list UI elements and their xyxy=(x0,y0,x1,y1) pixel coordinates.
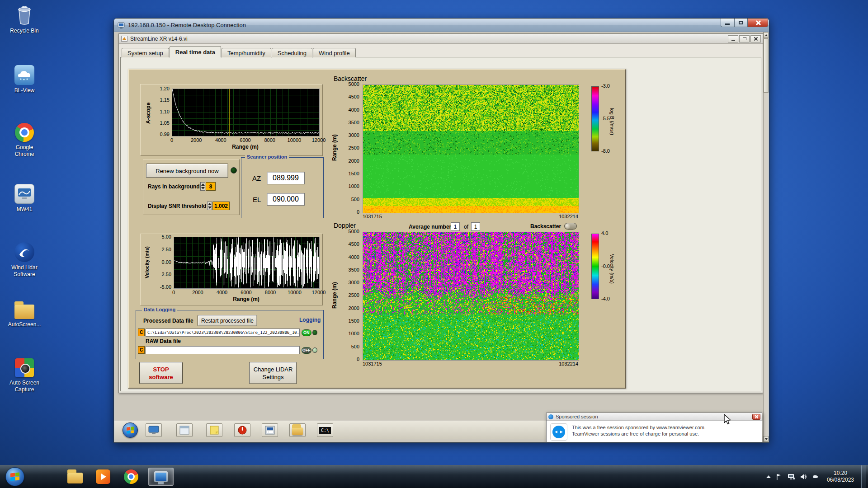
tick-label: -4.0 xyxy=(601,296,610,301)
rdp-minimize-button[interactable] xyxy=(721,19,734,27)
velocity-y-ticks: 5.002.500.00-2.50-5.00 xyxy=(153,235,171,290)
tab-real-time-data[interactable]: Real time data xyxy=(170,46,221,57)
remote-taskbar-capture-app[interactable] xyxy=(262,423,278,437)
tab-wind-profile[interactable]: Wind profile xyxy=(313,48,356,57)
teamviewer-popup-titlebar[interactable]: Sponsored session xyxy=(547,413,762,421)
remote-taskbar-cmd[interactable]: C:\ xyxy=(317,423,333,437)
tab-temp-humidity[interactable]: Temp/humidity xyxy=(222,48,271,57)
network-display-icon[interactable] xyxy=(788,473,795,481)
desktop-icon-auto-screen-capture[interactable]: Auto Screen Capture xyxy=(1,358,48,393)
processed-drive-selector[interactable]: C xyxy=(138,328,145,336)
remote-start-button[interactable] xyxy=(123,422,138,438)
stop-software-button[interactable]: STOP software xyxy=(139,362,183,384)
rdp-maximize-button[interactable] xyxy=(734,19,748,27)
increment-icon xyxy=(208,203,212,205)
remote-taskbar-folder[interactable] xyxy=(289,423,306,437)
backscatter-y-ticks: 5000450040003500300025002000150010005000 xyxy=(336,82,359,215)
remote-taskbar-window-app[interactable] xyxy=(176,423,193,437)
remote-taskbar-power-app[interactable] xyxy=(234,423,250,437)
remote-taskbar-notes-app[interactable] xyxy=(206,423,222,437)
power-plug-icon[interactable] xyxy=(812,473,820,481)
volume-icon[interactable] xyxy=(800,473,807,481)
average-number-field[interactable]: 1 xyxy=(451,222,460,231)
doppler-y-ticks: 5000450040003500300025002000150010005000 xyxy=(336,229,359,362)
rest art-processed-file-button[interactable]: Restart processed file xyxy=(198,315,257,326)
taskbar-ie-button[interactable] xyxy=(36,468,58,486)
desktop-icon-bl-view[interactable]: BL-View xyxy=(1,65,48,94)
notes-icon xyxy=(210,426,219,435)
show-hidden-icons-button[interactable] xyxy=(766,475,771,478)
cmd-icon: C:\ xyxy=(319,427,331,434)
rdp-scrollbar[interactable] xyxy=(763,32,769,442)
toggle-knob xyxy=(312,347,317,353)
app-minimize-button[interactable] xyxy=(728,35,738,42)
remote-taskbar-display-app[interactable] xyxy=(146,423,162,437)
average-count-field[interactable]: 1 xyxy=(471,222,480,231)
start-button[interactable] xyxy=(5,467,24,486)
teamviewer-session-icon xyxy=(548,414,553,419)
raw-file-path[interactable] xyxy=(146,346,300,354)
el-label: EL xyxy=(253,196,261,203)
taskbar-rdp-button[interactable] xyxy=(148,468,174,486)
action-center-flag-icon[interactable] xyxy=(775,473,783,481)
chrome-icon xyxy=(15,123,34,142)
raw-logging-toggle[interactable]: OFF xyxy=(302,346,317,355)
taskbar-chrome-button[interactable] xyxy=(120,468,142,486)
taskbar-clock[interactable]: 10:20 06/08/2023 xyxy=(824,470,857,483)
snr-value-field[interactable]: 1.002 xyxy=(212,202,230,210)
tick-label: 1500 xyxy=(349,171,359,176)
processed-logging-toggle[interactable]: ON xyxy=(302,328,317,337)
tab-system-setup[interactable]: System setup xyxy=(122,48,169,57)
teamviewer-logo-icon xyxy=(550,423,567,441)
app-close-button[interactable] xyxy=(750,35,761,42)
button-label: Change LiDAR xyxy=(254,366,293,373)
snr-spinner[interactable] xyxy=(207,202,212,210)
button-label: STOP xyxy=(153,366,169,373)
desktop-icon-google-chrome[interactable]: Google Chrome xyxy=(1,123,48,158)
data-logging-group: Data Logging Processed Data file Restart… xyxy=(136,310,324,359)
tab-scheduling[interactable]: Scheduling xyxy=(272,48,312,57)
desktop-icon-wind-lidar[interactable]: Wind Lidar Software xyxy=(1,242,48,278)
az-field[interactable]: 089.999 xyxy=(267,172,305,184)
windows-taskbar: 10:20 06/08/2023 xyxy=(0,465,868,488)
app-titlebar[interactable]: StreamLine XR v14-6.vi xyxy=(119,34,763,44)
data-logging-title: Data Logging xyxy=(142,307,177,312)
tick-label: 0.00 xyxy=(162,260,171,265)
tick-label: 0 xyxy=(170,137,173,143)
scroll-up-icon[interactable] xyxy=(764,32,769,38)
taskbar-explorer-button[interactable] xyxy=(64,468,86,486)
doppler-x-end: 1032214 xyxy=(559,361,578,366)
rays-value-field[interactable]: 8 xyxy=(206,182,216,191)
tick-label: -5.00 xyxy=(160,285,171,290)
desktop: Recycle Bin BL-View Google Chrome MW41 W… xyxy=(0,0,868,465)
scrollbar-thumb[interactable] xyxy=(764,38,769,93)
tick-label: 1.15 xyxy=(160,98,170,103)
renew-background-button[interactable]: Renew background now xyxy=(146,164,228,178)
taskbar-media-player-button[interactable] xyxy=(92,468,114,486)
scroll-down-icon[interactable] xyxy=(764,436,769,442)
button-label: software xyxy=(149,373,173,381)
remote-desktop: StreamLine XR v14-6.vi System setup Real… xyxy=(114,32,769,442)
tick-label: 3000 xyxy=(349,133,359,138)
show-desktop-button[interactable] xyxy=(861,465,866,488)
backscatter-toggle[interactable] xyxy=(564,223,577,230)
desktop-icon-recycle-bin[interactable]: Recycle Bin xyxy=(1,5,48,34)
rays-spinner[interactable] xyxy=(200,182,205,191)
processed-file-path[interactable]: C:\Lidar\Data\Proc\2023\202308\20230806\… xyxy=(146,328,300,337)
el-field[interactable]: 090.000 xyxy=(267,193,305,206)
teamviewer-close-button[interactable] xyxy=(752,414,760,420)
change-lidar-settings-button[interactable]: Change LiDAR Settings xyxy=(249,362,297,384)
app-maximize-button[interactable] xyxy=(739,35,750,42)
media-player-icon xyxy=(96,469,110,484)
desktop-icon-autoscreen-folder[interactable]: AutoScreen... xyxy=(1,300,48,328)
tick-label: 10000 xyxy=(288,290,302,295)
folder-icon xyxy=(67,473,83,483)
ascope-plot xyxy=(172,89,320,136)
desktop-icon-label: Google Chrome xyxy=(11,144,38,158)
rdp-titlebar[interactable]: 192.168.0.150 - Remote Desktop Connectio… xyxy=(114,19,769,32)
teamviewer-message-line1: This was a free session sponsored by www… xyxy=(572,424,706,431)
folder-icon xyxy=(292,427,303,435)
raw-drive-selector[interactable]: C xyxy=(138,346,145,354)
desktop-icon-mw41[interactable]: MW41 xyxy=(1,184,48,213)
rdp-close-button[interactable] xyxy=(748,19,768,27)
